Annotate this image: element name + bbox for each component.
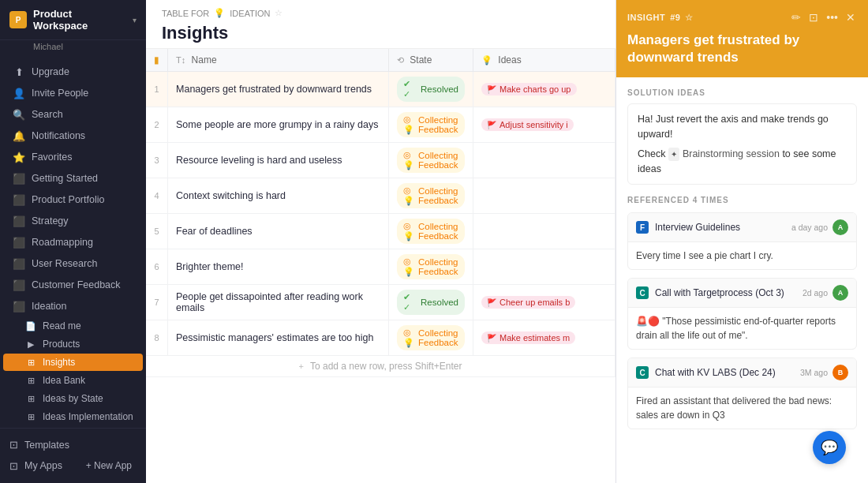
cell-state: ✔ ✓ Resolved xyxy=(389,285,473,320)
sidebar-item-favorites[interactable]: ⭐ Favorites xyxy=(3,147,143,167)
sidebar-item-getting-started[interactable]: ⬛ Getting Started xyxy=(3,168,143,189)
sidebar-item-notifications[interactable]: 🔔 Notifications xyxy=(3,125,143,146)
products-icon: ▶ xyxy=(25,339,36,350)
add-row-text: To add a new row, press Shift+Enter xyxy=(310,361,462,372)
chat-button[interactable]: 💬 xyxy=(813,431,846,464)
ideation-workspace-icon: 💡 xyxy=(214,8,225,18)
ref-item-meta-2: 2d ago A xyxy=(803,285,848,301)
table-row[interactable]: 8Pessimistic managers' estimates are too… xyxy=(146,320,615,356)
main-header: TABLE FOR 💡 IDEATION ☆ Insights xyxy=(146,0,615,49)
table-row[interactable]: 5Fear of deadlines◎ 💡 Collecting Feedbac… xyxy=(146,214,615,249)
cell-state: ✔ ✓ Resolved xyxy=(389,72,473,107)
insights-table: ▮ T↕ Name ⟲ State 💡 Ideas 1Manag xyxy=(146,49,615,377)
sidebar-footer: ⊡ Templates ⊡ My Apps + New App xyxy=(0,428,146,483)
sidebar-item-idea-bank[interactable]: ⊞ Idea Bank xyxy=(3,372,143,389)
sidebar-item-label: Customer Feedback xyxy=(32,279,121,290)
ref-time-3: 3M ago xyxy=(800,368,828,377)
ref-item-body-3: Fired an assistant that delivered the ba… xyxy=(628,388,856,429)
sidebar-user: Michael xyxy=(0,40,146,58)
ref-item-header-3[interactable]: C Chat with KV LABS (Dec 24) 3M ago B xyxy=(628,358,856,388)
col-header-ideas[interactable]: 💡 Ideas xyxy=(473,49,615,72)
ideas-impl-icon: ⊞ xyxy=(25,411,36,422)
notifications-icon: 🔔 xyxy=(13,129,25,142)
sidebar-item-ideas-by-state[interactable]: ⊞ Ideas by State xyxy=(3,390,143,407)
ref-item-2: C Call with Targetprocess (Oct 3) 2d ago… xyxy=(627,278,857,350)
new-app-label: + New App xyxy=(86,460,132,471)
add-row[interactable]: +To add a new row, press Shift+Enter xyxy=(146,356,615,377)
upgrade-icon: ⬆ xyxy=(13,66,25,78)
add-row-cell: +To add a new row, press Shift+Enter xyxy=(146,356,615,377)
table-row[interactable]: 6Brighter theme!◎ 💡 Collecting Feedback xyxy=(146,249,615,285)
sidebar-sub-label: Ideas by State xyxy=(43,393,103,404)
sidebar-item-insights[interactable]: ⊞ Insights xyxy=(3,354,143,371)
table-body: 1Managers get frustrated by downward tre… xyxy=(146,72,615,377)
panel-num: #9 xyxy=(670,13,680,22)
sidebar-header[interactable]: P Product Workspace ▾ xyxy=(0,0,146,40)
sidebar-item-label: Upgrade xyxy=(32,66,69,77)
panel-expand-button[interactable]: ⊡ xyxy=(807,9,820,25)
cell-name: Resource leveling is hard and useless xyxy=(168,143,389,178)
cell-name: Some people are more grumpy in a rainy d… xyxy=(168,107,389,143)
sidebar-item-strategy[interactable]: ⬛ Strategy xyxy=(3,211,143,231)
ref-source-icon-3: C xyxy=(636,366,649,379)
col-header-state[interactable]: ⟲ State xyxy=(389,49,473,72)
cell-state: ◎ 💡 Collecting Feedback xyxy=(389,320,473,356)
sidebar-item-user-research[interactable]: ⬛ User Research xyxy=(3,253,143,274)
panel-header: INSIGHT #9 ☆ ✏ ⊡ ••• ✕ Managers get frus… xyxy=(616,0,868,77)
panel-close-button[interactable]: ✕ xyxy=(844,9,857,25)
new-app-button[interactable]: + New App xyxy=(81,459,137,473)
ref-item-body-2: 🚨🔴 "Those pessimistic end-of-quarter rep… xyxy=(628,308,856,349)
idea-tag: 🚩 Adjust sensitivity i xyxy=(481,118,574,131)
cell-num: 8 xyxy=(146,320,168,356)
sidebar-item-templates[interactable]: ⊡ Templates xyxy=(0,435,146,455)
sidebar-item-ideation[interactable]: ⬛ Ideation xyxy=(3,296,143,316)
cell-num: 6 xyxy=(146,249,168,285)
cell-state: ◎ 💡 Collecting Feedback xyxy=(389,178,473,214)
table-row[interactable]: 7People get dissapointed after reading w… xyxy=(146,285,615,320)
table-row[interactable]: 3Resource leveling is hard and useless◎ … xyxy=(146,143,615,178)
sidebar-item-upgrade[interactable]: ⬆ Upgrade xyxy=(3,62,143,82)
panel-more-button[interactable]: ••• xyxy=(825,9,840,25)
table-header-row: ▮ T↕ Name ⟲ State 💡 Ideas xyxy=(146,49,615,72)
search-icon: 🔍 xyxy=(13,108,25,121)
sidebar-item-read-me[interactable]: 📄 Read me xyxy=(3,317,143,335)
col-header-name[interactable]: T↕ Name xyxy=(168,49,389,72)
cell-state: ◎ 💡 Collecting Feedback xyxy=(389,249,473,285)
sidebar-item-product-portfolio[interactable]: ⬛ Product Portfolio xyxy=(3,189,143,210)
idea-tag: 🚩 Cheer up emails b xyxy=(481,296,575,309)
ref-item-header-1[interactable]: F Interview Guidelines a day ago A xyxy=(628,213,856,242)
sidebar-item-search[interactable]: 🔍 Search xyxy=(3,104,143,125)
ref-item-meta-3: 3M ago B xyxy=(800,365,848,380)
ref-time-2: 2d ago xyxy=(803,288,828,298)
table-row[interactable]: 2Some people are more grumpy in a rainy … xyxy=(146,107,615,143)
sidebar-sub-label: Read me xyxy=(43,320,81,331)
resolved-icon: ✔ ✓ xyxy=(403,292,417,313)
sidebar-item-ideas-implementation[interactable]: ⊞ Ideas Implementation xyxy=(3,408,143,425)
solution-ideas-label: SOLUTION IDEAS xyxy=(627,88,857,97)
sidebar-item-products[interactable]: ▶ Products xyxy=(3,335,143,353)
sidebar-item-label: Favorites xyxy=(32,152,72,163)
customer-feedback-icon: ⬛ xyxy=(13,279,25,291)
panel-edit-button[interactable]: ✏ xyxy=(790,9,803,25)
workspace-logo: P xyxy=(9,11,27,28)
ref-item-body-1: Every time I see a pie chart I cry. xyxy=(628,242,856,269)
insights-icon: ⊞ xyxy=(25,357,36,368)
cell-name: Brighter theme! xyxy=(168,249,389,285)
ref-item-header-2[interactable]: C Call with Targetprocess (Oct 3) 2d ago… xyxy=(628,279,856,308)
cell-num: 5 xyxy=(146,214,168,249)
brainstorm-link[interactable]: ✦ Brainstorming session xyxy=(668,147,780,162)
cell-name: Pessimistic managers' estimates are too … xyxy=(168,320,389,356)
collecting-icon: ◎ 💡 xyxy=(403,221,414,242)
sidebar-sub-label: Products xyxy=(43,339,80,350)
collecting-icon: ◎ 💡 xyxy=(403,328,414,348)
cell-num: 2 xyxy=(146,107,168,143)
collecting-icon: ◎ 💡 xyxy=(403,256,414,277)
cell-name: Context switching is hard xyxy=(168,178,389,214)
table-row[interactable]: 4Context switching is hard◎ 💡 Collecting… xyxy=(146,178,615,214)
sidebar-item-roadmapping[interactable]: ⬛ Roadmapping xyxy=(3,232,143,253)
workspace-name: Product Workspace xyxy=(33,8,126,32)
panel-footer-wrapper: 💬 xyxy=(616,437,868,483)
sidebar-item-invite[interactable]: 👤 Invite People xyxy=(3,83,143,103)
sidebar-item-customer-feedback[interactable]: ⬛ Customer Feedback xyxy=(3,275,143,295)
table-row[interactable]: 1Managers get frustrated by downward tre… xyxy=(146,72,615,107)
